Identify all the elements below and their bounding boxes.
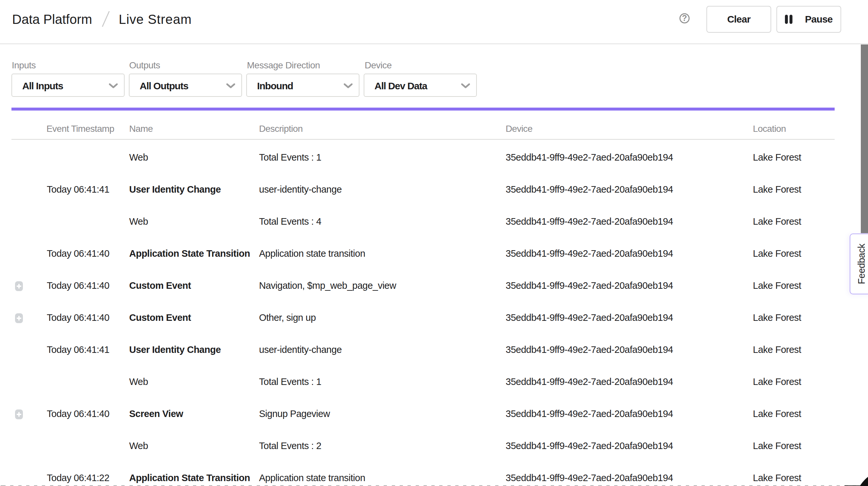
svg-text:?: ? xyxy=(682,13,687,23)
